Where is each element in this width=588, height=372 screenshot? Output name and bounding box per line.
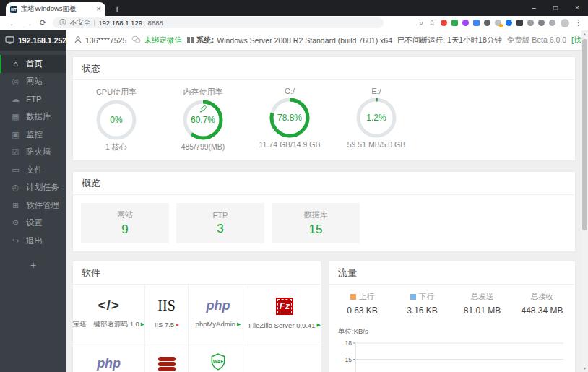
software-item[interactable]: redis 1.0▶ xyxy=(145,342,189,372)
software-name: IIS 7.5■ xyxy=(155,321,179,329)
server-ip: 192.168.1.252 xyxy=(18,36,66,45)
filezilla-logo: Fz xyxy=(276,298,293,315)
status-title: 状态 xyxy=(73,57,575,80)
sidebar: 192.168.1.252 0 ⌂首页◎网站☁FTP▦数据库▣监控☑防火墙▭文件… xyxy=(0,30,66,372)
software-name: phpMyAdmin▶ xyxy=(196,320,241,328)
code-icon: </> xyxy=(98,298,119,313)
sidebar-item-site[interactable]: ◎网站 xyxy=(0,73,66,91)
browser-toolbar: ← → ⟳ ⓘ 不安全 192.168.1.129 :8888 ⌕ ☆ ⋮ xyxy=(0,16,588,30)
browser-tab[interactable]: BT 宝塔Windows面板 × xyxy=(6,2,105,16)
software-item[interactable]: phpPHP-5.2▶ xyxy=(73,342,145,372)
url-divider xyxy=(94,20,95,26)
profile-avatar[interactable] xyxy=(561,19,569,27)
toolbar-right: ⌕ ☆ ⋮ xyxy=(419,18,582,27)
sidebar-item-firewall[interactable]: ☑防火墙 xyxy=(0,144,66,162)
green-square-extension-icon[interactable] xyxy=(451,20,458,26)
gauge-caption: 1 核心 xyxy=(105,142,127,152)
gauge-CPU使用率: CPU使用率0%1 核心 xyxy=(73,87,160,152)
gauge-title: E:/ xyxy=(371,87,381,95)
sidebar-item-ftp[interactable]: ☁FTP xyxy=(0,90,66,108)
sidebar-item-label: 软件管理 xyxy=(26,200,59,211)
software-item[interactable]: WAF宝塔IIS防火墙 1.0▶ xyxy=(189,342,248,372)
sidebar-add-button[interactable]: + xyxy=(0,259,66,271)
status-running-icon: ▶ xyxy=(141,321,144,327)
traffic-stat-value: 0.63 KB xyxy=(347,306,378,316)
traffic-stat-value: 3.16 KB xyxy=(407,306,438,316)
overview-数据库[interactable]: 数据库15 xyxy=(272,203,360,243)
back-button[interactable]: ← xyxy=(9,19,17,27)
account-phone[interactable]: 136****7525 xyxy=(74,35,126,46)
software-item[interactable]: phpphpMyAdmin▶ xyxy=(189,285,248,342)
extension-icons xyxy=(441,20,555,26)
sidebar-item-files[interactable]: ▭文件 xyxy=(0,161,66,179)
reload-button[interactable]: ⟳ xyxy=(40,18,46,27)
info-icon[interactable]: ⓘ xyxy=(59,18,66,27)
dark-square-extension-icon[interactable] xyxy=(516,20,523,26)
traffic-stat-下行: 下行3.16 KB xyxy=(392,292,452,316)
overview-label: 网站 xyxy=(117,209,133,220)
software-item[interactable]: </>宝塔一键部署源码 1.0▶ xyxy=(73,285,145,342)
gauge-value: 0% xyxy=(96,100,137,140)
page-scrollbar[interactable]: ▲ ▼ xyxy=(581,30,588,372)
window-close-button[interactable]: × xyxy=(566,0,588,14)
traffic-stat-label: 下行 xyxy=(410,292,434,302)
new-tab-button[interactable]: + xyxy=(114,4,120,14)
scrollbar-thumb[interactable] xyxy=(582,39,587,230)
bookmark-star-icon[interactable]: ☆ xyxy=(428,18,436,27)
overview-count: 15 xyxy=(309,222,323,237)
sidebar-item-label: 计划任务 xyxy=(26,182,59,193)
sidebar-item-monitor[interactable]: ▣监控 xyxy=(0,126,66,144)
light-arrow-extension-icon[interactable] xyxy=(527,20,534,26)
sidebar-item-database[interactable]: ▦数据库 xyxy=(0,108,66,126)
svg-text:18: 18 xyxy=(345,339,353,347)
settings-icon: ⚙ xyxy=(11,218,20,228)
zoom-icon[interactable]: ⌕ xyxy=(419,18,423,27)
blue-square-extension-icon[interactable] xyxy=(473,20,480,26)
site-icon: ◎ xyxy=(11,77,20,86)
scroll-down-arrow[interactable]: ▼ xyxy=(581,365,588,372)
traffic-chart: 单位:KB/s 1815129630 xyxy=(329,317,575,372)
sidebar-item-label: 数据库 xyxy=(26,111,51,122)
gray-funnel-extension-icon[interactable] xyxy=(484,20,490,26)
gray-undo-extension-icon[interactable] xyxy=(538,20,545,26)
wechat-icon xyxy=(131,35,141,46)
windows-icon xyxy=(187,37,194,43)
php-logo: php xyxy=(207,298,230,313)
software-item[interactable]: FzFileZilla Server 0.9.41▶ xyxy=(248,285,321,342)
tab-close-icon[interactable]: × xyxy=(97,5,101,13)
overview-FTP[interactable]: FTP3 xyxy=(176,203,264,243)
bind-wechat-link[interactable]: 未绑定微信 xyxy=(131,35,182,46)
gray-badged-extension-icon[interactable] xyxy=(495,20,501,26)
logout-icon: ↪ xyxy=(11,236,20,246)
overview-label: 数据库 xyxy=(304,209,328,220)
software-icon: ⊞ xyxy=(11,201,20,210)
forward-button[interactable]: → xyxy=(25,19,33,27)
traffic-stat-label: 总接收 xyxy=(531,292,554,302)
window-minimize-button[interactable]: – xyxy=(523,0,545,14)
blue-circle-extension-icon[interactable] xyxy=(506,20,512,26)
purple-circle-extension-icon[interactable] xyxy=(462,20,469,26)
sidebar-item-software[interactable]: ⊞软件管理 xyxy=(0,196,66,215)
gray-dot-extension-icon[interactable] xyxy=(549,20,555,26)
url-bar[interactable]: ⓘ 不安全 192.168.1.129 :8888 xyxy=(53,17,384,28)
red-shield-extension-icon[interactable] xyxy=(441,20,447,26)
sidebar-item-settings[interactable]: ⚙设置 xyxy=(0,215,66,233)
gauge-title: C:/ xyxy=(285,87,295,95)
traffic-card: 流量 上行0.63 KB下行3.16 KB总发送81.01 MB总接收448.3… xyxy=(329,261,576,372)
svg-text:WAF: WAF xyxy=(213,359,223,364)
sidebar-item-label: 退出 xyxy=(26,235,43,246)
scroll-up-arrow[interactable]: ▲ xyxy=(581,30,588,38)
sidebar-item-home[interactable]: ⌂首页 xyxy=(0,55,66,73)
sidebar-item-logout[interactable]: ↪退出 xyxy=(0,232,66,250)
software-card: 软件 </>宝塔一键部署源码 1.0▶IISIIS 7.5■phpphpMyAd… xyxy=(72,261,321,372)
traffic-stat-label: 上行 xyxy=(350,292,374,302)
traffic-stat-总发送: 总发送81.01 MB xyxy=(452,292,512,316)
url-port: :8888 xyxy=(146,19,163,27)
software-item[interactable]: IISIIS 7.5■ xyxy=(145,285,189,342)
window-maximize-button[interactable]: □ xyxy=(545,0,566,14)
overview-count: 9 xyxy=(121,222,128,237)
kebab-menu-icon[interactable]: ⋮ xyxy=(574,18,582,27)
overview-网站[interactable]: 网站9 xyxy=(81,203,169,243)
sidebar-item-cron[interactable]: ◴计划任务 xyxy=(0,179,66,197)
status-card: 状态 CPU使用率0%1 核心内存使用率60.7%485/799(MB)C:/7… xyxy=(72,56,576,161)
